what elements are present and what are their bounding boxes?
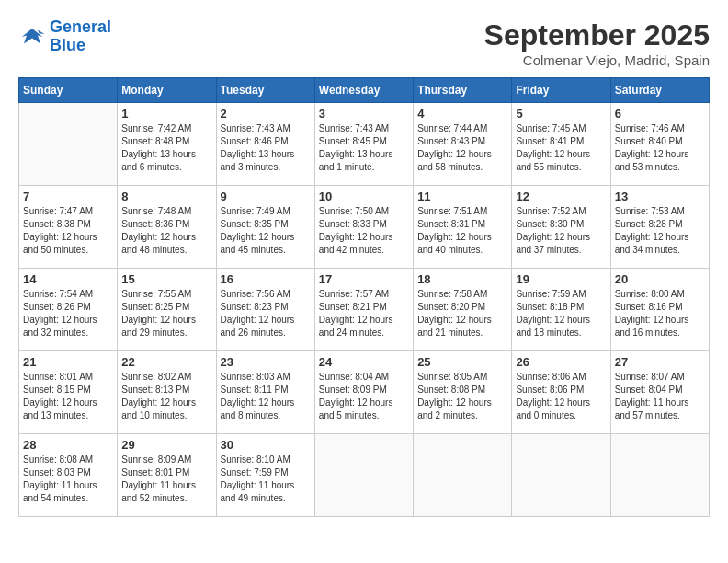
calendar-week-row: 7Sunrise: 7:47 AMSunset: 8:38 PMDaylight… bbox=[19, 186, 710, 269]
day-info: Sunrise: 7:43 AMSunset: 8:46 PMDaylight:… bbox=[221, 122, 311, 174]
calendar-cell: 20Sunrise: 8:00 AMSunset: 8:16 PMDayligh… bbox=[610, 269, 709, 351]
calendar-week-row: 14Sunrise: 7:54 AMSunset: 8:26 PMDayligh… bbox=[19, 269, 710, 351]
calendar-cell: 12Sunrise: 7:52 AMSunset: 8:30 PMDayligh… bbox=[512, 186, 610, 269]
logo-text: General Blue bbox=[50, 18, 111, 55]
day-number: 20 bbox=[615, 272, 705, 286]
svg-marker-1 bbox=[38, 29, 45, 34]
calendar-cell: 30Sunrise: 8:10 AMSunset: 7:59 PMDayligh… bbox=[216, 434, 314, 517]
calendar-cell: 29Sunrise: 8:09 AMSunset: 8:01 PMDayligh… bbox=[118, 434, 216, 517]
day-number: 3 bbox=[319, 107, 409, 121]
day-info: Sunrise: 7:49 AMSunset: 8:35 PMDaylight:… bbox=[221, 205, 311, 257]
day-info: Sunrise: 7:44 AMSunset: 8:43 PMDaylight:… bbox=[417, 122, 507, 174]
weekday-header: Thursday bbox=[414, 78, 512, 103]
day-number: 22 bbox=[121, 355, 211, 369]
day-number: 7 bbox=[23, 190, 113, 203]
day-info: Sunrise: 7:43 AMSunset: 8:45 PMDaylight:… bbox=[319, 122, 409, 174]
calendar-week-row: 1Sunrise: 7:42 AMSunset: 8:48 PMDaylight… bbox=[19, 103, 710, 186]
month-title: September 2025 bbox=[484, 18, 710, 52]
calendar-cell bbox=[414, 434, 512, 517]
day-number: 16 bbox=[221, 272, 311, 286]
day-number: 14 bbox=[23, 272, 113, 286]
day-number: 23 bbox=[221, 355, 311, 369]
calendar-cell: 23Sunrise: 8:03 AMSunset: 8:11 PMDayligh… bbox=[216, 351, 314, 434]
day-info: Sunrise: 7:51 AMSunset: 8:31 PMDaylight:… bbox=[417, 205, 507, 257]
calendar-cell: 27Sunrise: 8:07 AMSunset: 8:04 PMDayligh… bbox=[610, 351, 709, 434]
calendar-cell bbox=[512, 434, 610, 517]
logo-line2: Blue bbox=[50, 36, 85, 54]
page-header: General Blue September 2025 Colmenar Vie… bbox=[18, 18, 710, 68]
day-info: Sunrise: 8:00 AMSunset: 8:16 PMDaylight:… bbox=[615, 288, 705, 339]
day-number: 5 bbox=[516, 107, 606, 121]
calendar-cell: 26Sunrise: 8:06 AMSunset: 8:06 PMDayligh… bbox=[512, 351, 610, 434]
day-info: Sunrise: 8:02 AMSunset: 8:13 PMDaylight:… bbox=[121, 371, 211, 422]
calendar-cell: 22Sunrise: 8:02 AMSunset: 8:13 PMDayligh… bbox=[118, 351, 216, 434]
day-number: 10 bbox=[319, 190, 409, 203]
calendar-cell: 3Sunrise: 7:43 AMSunset: 8:45 PMDaylight… bbox=[314, 103, 413, 186]
day-info: Sunrise: 8:10 AMSunset: 7:59 PMDaylight:… bbox=[221, 454, 311, 505]
day-info: Sunrise: 7:54 AMSunset: 8:26 PMDaylight:… bbox=[23, 288, 113, 339]
day-number: 18 bbox=[417, 272, 507, 286]
calendar-cell: 1Sunrise: 7:42 AMSunset: 8:48 PMDaylight… bbox=[118, 103, 216, 186]
day-number: 6 bbox=[615, 107, 705, 121]
day-info: Sunrise: 7:50 AMSunset: 8:33 PMDaylight:… bbox=[319, 205, 409, 257]
day-info: Sunrise: 8:08 AMSunset: 8:03 PMDaylight:… bbox=[23, 454, 113, 505]
day-info: Sunrise: 8:09 AMSunset: 8:01 PMDaylight:… bbox=[121, 454, 211, 505]
day-number: 1 bbox=[121, 107, 211, 121]
calendar-cell: 10Sunrise: 7:50 AMSunset: 8:33 PMDayligh… bbox=[314, 186, 413, 269]
calendar-table: SundayMondayTuesdayWednesdayThursdayFrid… bbox=[18, 77, 710, 517]
day-number: 12 bbox=[516, 190, 606, 203]
logo: General Blue bbox=[18, 18, 111, 55]
logo-line1: General bbox=[50, 17, 111, 36]
day-info: Sunrise: 8:07 AMSunset: 8:04 PMDaylight:… bbox=[615, 371, 705, 422]
day-number: 13 bbox=[615, 190, 705, 203]
calendar-cell: 9Sunrise: 7:49 AMSunset: 8:35 PMDaylight… bbox=[216, 186, 314, 269]
day-info: Sunrise: 7:58 AMSunset: 8:20 PMDaylight:… bbox=[417, 288, 507, 339]
calendar-cell: 6Sunrise: 7:46 AMSunset: 8:40 PMDaylight… bbox=[610, 103, 709, 186]
day-number: 25 bbox=[417, 355, 507, 369]
day-number: 26 bbox=[516, 355, 606, 369]
calendar-cell: 7Sunrise: 7:47 AMSunset: 8:38 PMDaylight… bbox=[19, 186, 118, 269]
calendar-cell: 19Sunrise: 7:59 AMSunset: 8:18 PMDayligh… bbox=[512, 269, 610, 351]
day-info: Sunrise: 8:05 AMSunset: 8:08 PMDaylight:… bbox=[417, 371, 507, 422]
day-info: Sunrise: 7:45 AMSunset: 8:41 PMDaylight:… bbox=[516, 122, 606, 174]
day-info: Sunrise: 7:57 AMSunset: 8:21 PMDaylight:… bbox=[319, 288, 409, 339]
day-info: Sunrise: 7:53 AMSunset: 8:28 PMDaylight:… bbox=[615, 205, 705, 257]
calendar-cell: 2Sunrise: 7:43 AMSunset: 8:46 PMDaylight… bbox=[216, 103, 314, 186]
calendar-cell: 21Sunrise: 8:01 AMSunset: 8:15 PMDayligh… bbox=[19, 351, 118, 434]
calendar-cell: 16Sunrise: 7:56 AMSunset: 8:23 PMDayligh… bbox=[216, 269, 314, 351]
day-info: Sunrise: 7:52 AMSunset: 8:30 PMDaylight:… bbox=[516, 205, 606, 257]
day-number: 30 bbox=[221, 438, 311, 452]
day-number: 21 bbox=[23, 355, 113, 369]
weekday-header: Friday bbox=[512, 78, 610, 103]
day-info: Sunrise: 7:47 AMSunset: 8:38 PMDaylight:… bbox=[23, 205, 113, 257]
day-number: 8 bbox=[121, 190, 211, 203]
day-number: 24 bbox=[319, 355, 409, 369]
day-info: Sunrise: 7:59 AMSunset: 8:18 PMDaylight:… bbox=[516, 288, 606, 339]
weekday-header: Wednesday bbox=[314, 78, 413, 103]
calendar-cell: 5Sunrise: 7:45 AMSunset: 8:41 PMDaylight… bbox=[512, 103, 610, 186]
calendar-cell: 11Sunrise: 7:51 AMSunset: 8:31 PMDayligh… bbox=[414, 186, 512, 269]
day-number: 28 bbox=[23, 438, 113, 452]
logo-icon bbox=[18, 23, 46, 51]
day-number: 4 bbox=[417, 107, 507, 121]
day-number: 15 bbox=[121, 272, 211, 286]
calendar-cell: 15Sunrise: 7:55 AMSunset: 8:25 PMDayligh… bbox=[118, 269, 216, 351]
svg-marker-0 bbox=[22, 29, 43, 44]
day-info: Sunrise: 7:55 AMSunset: 8:25 PMDaylight:… bbox=[121, 288, 211, 339]
weekday-header: Saturday bbox=[610, 78, 709, 103]
day-number: 2 bbox=[221, 107, 311, 121]
weekday-header-row: SundayMondayTuesdayWednesdayThursdayFrid… bbox=[19, 78, 710, 103]
calendar-cell: 24Sunrise: 8:04 AMSunset: 8:09 PMDayligh… bbox=[314, 351, 413, 434]
calendar-cell: 13Sunrise: 7:53 AMSunset: 8:28 PMDayligh… bbox=[610, 186, 709, 269]
title-block: September 2025 Colmenar Viejo, Madrid, S… bbox=[484, 18, 710, 68]
calendar-cell: 8Sunrise: 7:48 AMSunset: 8:36 PMDaylight… bbox=[118, 186, 216, 269]
weekday-header: Monday bbox=[118, 78, 216, 103]
day-number: 11 bbox=[417, 190, 507, 203]
day-info: Sunrise: 8:01 AMSunset: 8:15 PMDaylight:… bbox=[23, 371, 113, 422]
day-info: Sunrise: 7:42 AMSunset: 8:48 PMDaylight:… bbox=[121, 122, 211, 174]
location: Colmenar Viejo, Madrid, Spain bbox=[484, 52, 710, 68]
day-number: 27 bbox=[615, 355, 705, 369]
calendar-cell: 17Sunrise: 7:57 AMSunset: 8:21 PMDayligh… bbox=[314, 269, 413, 351]
day-number: 29 bbox=[121, 438, 211, 452]
calendar-cell: 25Sunrise: 8:05 AMSunset: 8:08 PMDayligh… bbox=[414, 351, 512, 434]
